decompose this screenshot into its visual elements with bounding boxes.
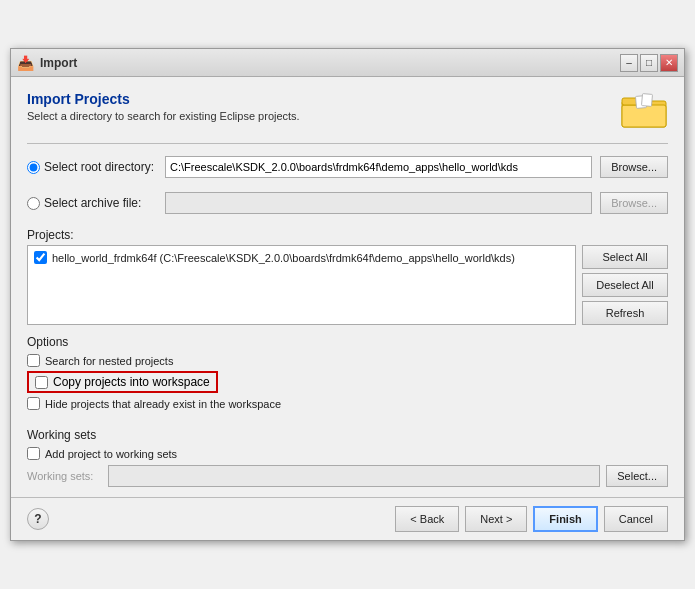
header-separator [27, 143, 668, 144]
deselect-all-button[interactable]: Deselect All [582, 273, 668, 297]
nested-projects-row: Search for nested projects [27, 354, 668, 367]
options-label: Options [27, 335, 668, 349]
cancel-button[interactable]: Cancel [604, 506, 668, 532]
copy-projects-row: Copy projects into workspace [27, 371, 218, 393]
root-dir-input[interactable] [165, 156, 592, 178]
working-sets-section: Working sets Add project to working sets… [27, 428, 668, 487]
refresh-button[interactable]: Refresh [582, 301, 668, 325]
projects-list[interactable]: hello_world_frdmk64f (C:\Freescale\KSDK_… [27, 245, 576, 325]
copy-projects-checkbox[interactable] [35, 376, 48, 389]
page-subtitle: Select a directory to search for existin… [27, 110, 300, 122]
project-checkbox[interactable] [34, 251, 47, 264]
project-buttons: Select All Deselect All Refresh [582, 245, 668, 325]
title-bar-left: 📥 Import [17, 55, 77, 71]
root-dir-row: Select root directory: Browse... [27, 156, 668, 178]
projects-area: hello_world_frdmk64f (C:\Freescale\KSDK_… [27, 245, 668, 325]
archive-radio-label[interactable]: Select archive file: [27, 196, 157, 210]
add-working-sets-checkbox[interactable] [27, 447, 40, 460]
projects-label: Projects: [27, 228, 668, 242]
hide-projects-label: Hide projects that already exist in the … [45, 398, 281, 410]
add-working-sets-label: Add project to working sets [45, 448, 177, 460]
working-sets-label: Working sets [27, 428, 668, 442]
title-bar: 📥 Import – □ ✕ [11, 49, 684, 77]
window-title: Import [40, 56, 77, 70]
window-icon: 📥 [17, 55, 34, 71]
options-section: Options Search for nested projects Copy … [27, 335, 668, 414]
nested-projects-checkbox[interactable] [27, 354, 40, 367]
archive-row: Select archive file: Browse... [27, 192, 668, 214]
svg-rect-1 [622, 105, 666, 127]
copy-projects-label: Copy projects into workspace [53, 375, 210, 389]
nested-projects-label: Search for nested projects [45, 355, 173, 367]
working-sets-select-button[interactable]: Select... [606, 465, 668, 487]
next-button[interactable]: Next > [465, 506, 527, 532]
root-dir-radio[interactable] [27, 161, 40, 174]
help-button[interactable]: ? [27, 508, 49, 530]
list-item: hello_world_frdmk64f (C:\Freescale\KSDK_… [31, 249, 572, 266]
footer-left: ? [27, 508, 49, 530]
finish-button[interactable]: Finish [533, 506, 597, 532]
minimize-button[interactable]: – [620, 54, 638, 72]
svg-rect-4 [641, 94, 652, 107]
archive-browse-button[interactable]: Browse... [600, 192, 668, 214]
root-dir-label: Select root directory: [44, 160, 154, 174]
archive-radio[interactable] [27, 197, 40, 210]
back-button[interactable]: < Back [395, 506, 459, 532]
folder-icon [620, 91, 668, 131]
header-text: Import Projects Select a directory to se… [27, 91, 300, 122]
archive-label: Select archive file: [44, 196, 141, 210]
hide-projects-checkbox[interactable] [27, 397, 40, 410]
title-buttons: – □ ✕ [620, 54, 678, 72]
footer-right: < Back Next > Finish Cancel [395, 506, 668, 532]
root-dir-browse-button[interactable]: Browse... [600, 156, 668, 178]
dialog-footer: ? < Back Next > Finish Cancel [11, 497, 684, 540]
close-button[interactable]: ✕ [660, 54, 678, 72]
project-label: hello_world_frdmk64f (C:\Freescale\KSDK_… [52, 252, 515, 264]
add-to-working-sets-row: Add project to working sets [27, 447, 668, 460]
projects-section: Projects: hello_world_frdmk64f (C:\Frees… [27, 228, 668, 325]
page-title: Import Projects [27, 91, 300, 107]
hide-projects-row: Hide projects that already exist in the … [27, 397, 668, 410]
root-dir-radio-label[interactable]: Select root directory: [27, 160, 157, 174]
import-dialog: 📥 Import – □ ✕ Import Projects Select a … [10, 48, 685, 541]
dialog-content: Import Projects Select a directory to se… [11, 77, 684, 497]
maximize-button[interactable]: □ [640, 54, 658, 72]
working-sets-input-row: Working sets: Select... [27, 465, 668, 487]
header-section: Import Projects Select a directory to se… [27, 91, 668, 131]
archive-input[interactable] [165, 192, 592, 214]
working-sets-field-label: Working sets: [27, 470, 102, 482]
working-sets-input[interactable] [108, 465, 600, 487]
select-all-button[interactable]: Select All [582, 245, 668, 269]
